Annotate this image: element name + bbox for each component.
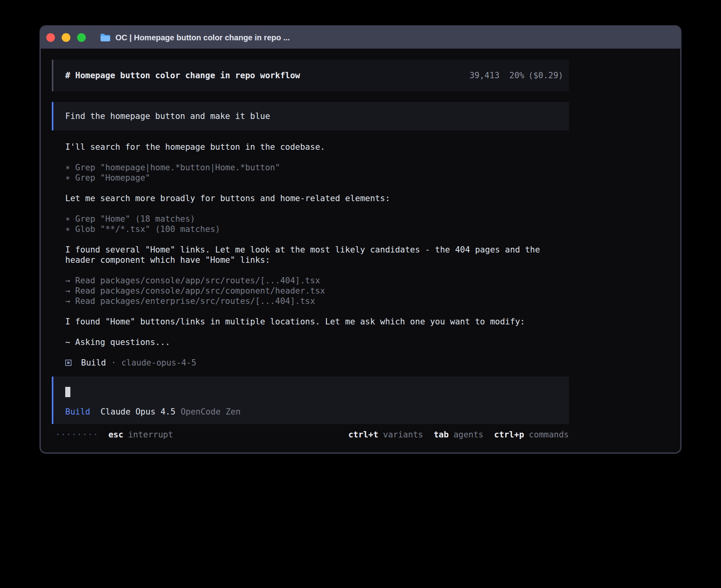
separator-dot: · bbox=[111, 358, 116, 368]
user-message-text: Find the homepage button and make it blu… bbox=[65, 111, 270, 121]
close-button[interactable] bbox=[46, 33, 55, 42]
hint-label-variants: variants bbox=[383, 430, 423, 440]
assistant-text: header component which have "Home" links… bbox=[52, 255, 569, 265]
text-cursor bbox=[65, 387, 70, 397]
assistant-text: Let me search more broadly for buttons a… bbox=[52, 193, 569, 204]
assistant-text: I'll search for the homepage button in t… bbox=[52, 142, 569, 152]
session-transcript: # Homepage button color change in repo w… bbox=[52, 60, 569, 440]
agent-model: claude-opus-4-5 bbox=[121, 358, 196, 368]
hint-label-commands: commands bbox=[529, 430, 569, 440]
tool-call-grep: ∗ Grep "Home" (18 matches) bbox=[52, 214, 569, 224]
tool-call-read: → Read packages/console/app/src/componen… bbox=[52, 286, 569, 296]
agent-status-line: Build · claude-opus-4-5 bbox=[52, 358, 569, 368]
session-cost: ($0.29) bbox=[528, 71, 563, 80]
tool-call-group: ∗ Grep "homepage|home.*button|Home.*butt… bbox=[52, 162, 569, 183]
provider-name: OpenCode Zen bbox=[181, 407, 241, 417]
token-count: 39,413 bbox=[470, 71, 500, 80]
folder-icon bbox=[100, 33, 111, 42]
hint-key-esc: esc bbox=[108, 430, 123, 440]
tool-call-grep: ∗ Grep "Homepage" bbox=[52, 173, 569, 183]
session-header: # Homepage button color change in repo w… bbox=[52, 60, 569, 91]
tool-call-grep: ∗ Grep "homepage|home.*button|Home.*butt… bbox=[52, 162, 569, 173]
status-bar-left: ········ esc interrupt bbox=[52, 430, 173, 440]
tool-call-glob: ∗ Glob "**/*.tsx" (100 matches) bbox=[52, 224, 569, 234]
context-percent: 20% bbox=[510, 71, 525, 80]
minimize-button[interactable] bbox=[62, 33, 70, 42]
tool-call-group: → Read packages/console/app/src/routes/[… bbox=[52, 275, 569, 306]
tool-call-read: → Read packages/enterprise/src/routes/[.… bbox=[52, 296, 569, 306]
title-bar: OC | Homepage button color change in rep… bbox=[41, 26, 680, 49]
assistant-text: I found "Home" buttons/links in multiple… bbox=[52, 317, 569, 327]
status-bar-right: ctrl+t variants tab agents ctrl+p comman… bbox=[348, 430, 569, 440]
zoom-button[interactable] bbox=[77, 33, 86, 42]
mode-badge[interactable]: Build bbox=[65, 407, 90, 417]
status-bar: ········ esc interrupt ctrl+t variants t… bbox=[52, 430, 569, 440]
tool-call-group: ∗ Grep "Home" (18 matches) ∗ Glob "**/*.… bbox=[52, 214, 569, 234]
hint-key-ctrl-p: ctrl+p bbox=[494, 430, 524, 440]
input-status-row: Build Claude Opus 4.5 OpenCode Zen bbox=[65, 407, 561, 417]
traffic-lights bbox=[46, 33, 86, 42]
working-status: ~ Asking questions... bbox=[52, 337, 569, 347]
user-message: Find the homepage button and make it blu… bbox=[52, 102, 569, 130]
assistant-text: I found several "Home" links. Let me loo… bbox=[52, 245, 569, 255]
prompt-input[interactable]: Build Claude Opus 4.5 OpenCode Zen bbox=[52, 377, 569, 424]
agent-name: Build bbox=[81, 358, 106, 368]
hint-label-agents: agents bbox=[453, 430, 483, 440]
hint-key-tab: tab bbox=[434, 430, 449, 440]
spinner-dots: ········ bbox=[55, 430, 98, 440]
hint-label-interrupt: interrupt bbox=[128, 430, 173, 440]
terminal-window: OC | Homepage button color change in rep… bbox=[40, 25, 681, 454]
model-name[interactable]: Claude Opus 4.5 bbox=[100, 407, 176, 417]
tool-call-read: → Read packages/console/app/src/routes/[… bbox=[52, 275, 569, 286]
hint-key-ctrl-t: ctrl+t bbox=[348, 430, 378, 440]
assistant-paragraph: I found several "Home" links. Let me loo… bbox=[52, 245, 569, 265]
terminal-content: # Homepage button color change in repo w… bbox=[41, 49, 680, 440]
window-title: OC | Homepage button color change in rep… bbox=[115, 33, 290, 42]
agent-icon bbox=[65, 360, 72, 366]
session-stats: 39,41320%($0.29) bbox=[470, 70, 563, 81]
session-title: # Homepage button color change in repo w… bbox=[65, 70, 300, 81]
